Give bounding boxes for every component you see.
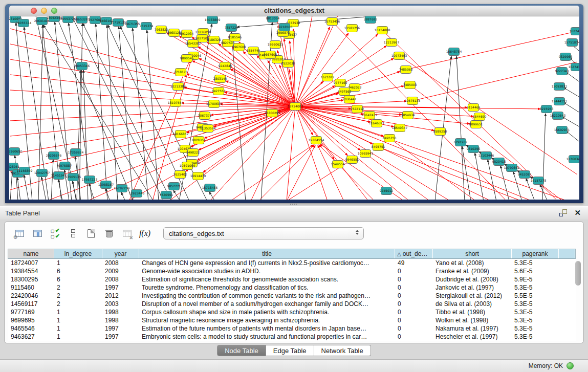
column-header-year[interactable]: year xyxy=(102,249,139,258)
graph-node[interactable]: 12103446 xyxy=(478,152,494,160)
graph-node[interactable]: 2887682 xyxy=(364,16,378,24)
graph-node[interactable]: 9520418 xyxy=(492,158,506,166)
graph-node[interactable]: 11451947 xyxy=(51,172,67,180)
table-cell[interactable]: Hescheler et al. (1997) xyxy=(432,333,511,341)
graph-node[interactable]: 9245012 xyxy=(380,187,394,195)
graph-node[interactable]: 19671355 xyxy=(124,20,140,28)
graph-node[interactable]: 19166852 xyxy=(173,130,189,138)
network-window[interactable]: citations_edges.txt 18724007796382289601… xyxy=(5,4,583,203)
graph-node[interactable]: 9452087 xyxy=(518,171,532,179)
table-cell[interactable]: Structural magnetic resonance image aver… xyxy=(139,316,395,324)
table-cell[interactable]: Tibbo et al. (1998) xyxy=(432,308,511,316)
table-cell[interactable]: 1 xyxy=(54,259,102,267)
column-header-in_degree[interactable]: in_degree xyxy=(54,249,102,258)
graph-node[interactable]: 10914479 xyxy=(190,172,206,180)
graph-node[interactable]: 12093832 xyxy=(552,83,568,91)
graph-node[interactable]: 9946551 xyxy=(345,156,359,164)
graph-node[interactable]: 10653287 xyxy=(74,16,90,24)
table-cell[interactable]: de Silva et al. (2003) xyxy=(432,300,511,308)
table-cell[interactable]: 9699695 xyxy=(8,316,54,324)
table-cell[interactable]: Nakamura et al. (1997) xyxy=(432,324,511,333)
graph-node[interactable]: 8427552 xyxy=(212,87,226,95)
graph-node[interactable]: 19575135 xyxy=(405,97,421,105)
table-row[interactable]: 946554611997Estimation of the future num… xyxy=(8,324,576,333)
table-row[interactable]: 1456911722003Disruption of a novel membe… xyxy=(8,300,576,308)
scrollbar-thumb[interactable] xyxy=(575,261,581,286)
table-cell[interactable]: 5.6E-5 xyxy=(511,267,558,275)
network-window-titlebar[interactable]: citations_edges.txt xyxy=(9,6,579,16)
table-cell[interactable]: 5.3E-5 xyxy=(511,316,558,324)
graph-node[interactable]: 2967608 xyxy=(232,43,246,51)
graph-node[interactable]: 10591099 xyxy=(180,162,195,170)
close-window-button[interactable] xyxy=(31,8,37,14)
graph-node[interactable]: 9975887 xyxy=(58,162,72,170)
table-cell[interactable]: 0 xyxy=(395,333,432,341)
graph-node[interactable]: 11700694 xyxy=(206,100,222,108)
graph-node[interactable]: 10790862 xyxy=(504,164,520,172)
table-cell[interactable]: 1 xyxy=(54,324,102,333)
graph-node[interactable]: 9857771 xyxy=(167,183,181,190)
graph-node[interactable]: 16782759 xyxy=(114,185,130,192)
select-columns-button[interactable]: ✔✔ xyxy=(49,227,62,240)
table-cell[interactable]: 2009 xyxy=(102,267,139,275)
graph-node[interactable]: 19384554 xyxy=(309,137,324,144)
table-cell[interactable]: 6 xyxy=(54,275,102,283)
graph-node[interactable]: 26160650 xyxy=(9,148,22,156)
table-cell[interactable]: Changes of HCN gene expression and I(f) … xyxy=(139,259,395,267)
table-cell[interactable]: 2008 xyxy=(102,259,139,267)
graph-node[interactable]: 8495750 xyxy=(383,135,397,142)
graph-node[interactable]: 7857224 xyxy=(225,24,238,32)
tab-node-table[interactable]: Node Table xyxy=(217,345,266,356)
table-cell[interactable]: 1998 xyxy=(102,308,139,316)
table-cell[interactable]: 1 xyxy=(54,308,102,316)
citation-network-graph[interactable]: 1872400779638228960128891293423226058982… xyxy=(9,16,579,200)
table-cell[interactable]: 9115460 xyxy=(8,283,54,292)
graph-node[interactable]: 9810256 xyxy=(467,145,481,153)
table-cell[interactable]: Estimation of significance thresholds fo… xyxy=(139,275,395,283)
table-cell[interactable]: 5.3E-5 xyxy=(511,300,558,308)
table-cell[interactable]: 5.3E-5 xyxy=(511,283,558,292)
table-cell[interactable]: Dudbridge et al. (2008) xyxy=(432,275,511,283)
graph-node[interactable]: 18300295 xyxy=(265,110,280,117)
table-cell[interactable]: 0 xyxy=(395,316,432,324)
zoom-window-button[interactable] xyxy=(51,8,57,14)
close-panel-icon[interactable]: ✕ xyxy=(574,209,581,216)
table-cell[interactable]: 2003 xyxy=(102,300,139,308)
table-cell[interactable]: 18300295 xyxy=(8,275,54,283)
table-cell[interactable]: Genome-wide association studies in ADHD. xyxy=(139,267,395,275)
table-cell[interactable]: Estimation of the future numbers of pati… xyxy=(139,324,395,333)
table-cell[interactable]: 9463627 xyxy=(8,333,54,341)
graph-node[interactable]: 1549554 xyxy=(331,161,345,168)
graph-node[interactable]: 16274103 xyxy=(569,63,579,71)
table-row[interactable]: 1872400712008Changes of HCN gene express… xyxy=(8,259,576,267)
table-cell[interactable]: 9465546 xyxy=(8,324,54,333)
table-cell[interactable]: 2012 xyxy=(102,292,139,300)
graph-node[interactable]: 7522112 xyxy=(351,105,364,113)
graph-node[interactable]: 15718485 xyxy=(202,184,218,192)
table-cell[interactable]: 49 xyxy=(395,259,432,267)
table-cell[interactable]: 0 xyxy=(395,275,432,283)
graph-node[interactable]: 18549347 xyxy=(392,124,408,132)
graph-node[interactable]: 16753456 xyxy=(324,18,340,26)
graph-node[interactable]: 8960128 xyxy=(167,29,181,37)
graph-node[interactable]: 11353594 xyxy=(200,125,216,133)
graph-node[interactable]: 3067371 xyxy=(198,112,212,120)
graph-node[interactable]: 12213386 xyxy=(170,83,186,91)
graph-node[interactable]: 8495751 xyxy=(372,143,385,151)
network-canvas[interactable]: 1872400779638228960128891293423226058982… xyxy=(9,16,579,200)
column-header-pagerank[interactable]: pagerank xyxy=(512,249,559,258)
graph-node[interactable]: 6497568 xyxy=(338,88,352,96)
table-row[interactable]: 1938455462009Genome-wide association stu… xyxy=(8,267,576,275)
graph-node[interactable]: 20206576 xyxy=(46,152,62,160)
table-row[interactable]: 1830029562008Estimation of significance … xyxy=(8,275,576,283)
table-cell[interactable]: Yano et al. (2008) xyxy=(432,259,511,267)
table-cell[interactable]: Stergiakouli et al. (2012) xyxy=(432,292,511,300)
column-header-short[interactable]: short xyxy=(433,249,512,258)
table-cell[interactable]: 5.9E-5 xyxy=(511,275,558,283)
graph-node[interactable]: 12213967 xyxy=(384,39,400,47)
table-selector-dropdown[interactable]: citations_edges.txt xyxy=(163,227,364,239)
graph-node[interactable]: 10973493 xyxy=(391,52,407,60)
graph-node[interactable]: 7485063 xyxy=(399,66,413,74)
graph-node[interactable]: 12923446 xyxy=(129,190,145,198)
table-cell[interactable]: 2008 xyxy=(102,275,139,283)
